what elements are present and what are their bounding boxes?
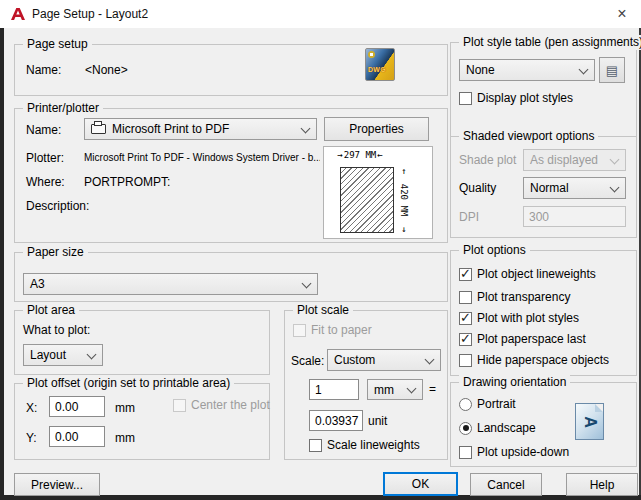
scale-lineweights-checkbox[interactable]: Scale lineweights [309,438,420,452]
dimension-arrow-down-icon: ↓ [401,224,406,234]
plot-scale-legend: Plot scale [293,303,353,318]
what-to-plot-select[interactable]: Layout [23,344,103,366]
plot-paperspace-last-checkbox[interactable]: Plot paperspace last [459,332,586,346]
printer-name-label: Name: [26,123,61,137]
equals-sign: = [429,382,436,396]
landscape-radio[interactable]: Landscape [459,421,536,435]
plot-upside-down-checkbox[interactable]: Plot upside-down [459,445,569,459]
y-value: 0.00 [55,430,78,444]
quality-select[interactable]: Normal [523,177,626,199]
dwg-file-icon: DWG [365,48,395,81]
fit-to-paper-checkbox: Fit to paper [293,323,372,337]
edit-plot-style-button[interactable]: ▤ [599,57,625,83]
x-label: X: [26,401,37,415]
display-plot-styles-checkbox[interactable]: Display plot styles [459,91,573,105]
plot-with-plot-styles-label: Plot with plot styles [477,311,579,325]
description-label: Description: [26,199,89,213]
where-label: Where: [26,175,65,189]
drawing-units-input[interactable]: 0.03937 [309,410,363,431]
autocad-logo-icon [10,6,26,22]
chevron-down-icon [407,384,417,394]
plot-style-table-legend: Plot style table (pen assignments) [459,35,641,50]
plot-paperspace-last-label: Plot paperspace last [477,332,586,346]
portrait-label: Portrait [477,397,516,411]
checkbox-box [459,446,472,459]
scale-lineweights-label: Scale lineweights [327,438,420,452]
chevron-down-icon [610,183,620,193]
shade-plot-select: As displayed [523,149,626,171]
ok-button-label: OK [412,477,429,491]
what-to-plot-label: What to plot: [23,323,90,337]
plot-area-legend: Plot area [23,303,79,318]
printer-icon [91,124,106,134]
paper-size-select[interactable]: A3 [23,273,318,295]
plot-options-group: Plot options Plot object lineweights Plo… [450,250,637,376]
plot-transparency-label: Plot transparency [477,290,570,304]
paper-hatch-area [340,167,394,233]
help-button-label: Help [590,478,615,492]
scale-select[interactable]: Custom [327,349,441,371]
plot-style-select[interactable]: None [459,59,595,81]
plot-upside-down-label: Plot upside-down [477,445,569,459]
paper-height-label: 420 MM [399,184,409,217]
portrait-radio[interactable]: Portrait [459,397,516,411]
paper-size-value: A3 [30,277,45,291]
dwg-icon-label: DWG [368,66,386,73]
help-button[interactable]: Help [566,473,638,496]
scale-value: Custom [334,353,375,367]
dpi-input: 300 [523,206,626,227]
dimension-arrow-left-icon: ← [377,150,382,160]
properties-button-label: Properties [349,122,404,136]
ok-button[interactable]: OK [383,472,458,496]
properties-button[interactable]: Properties [324,117,429,141]
radio-button [459,398,472,411]
page-setup-name-value: <None> [85,63,128,77]
plot-offset-x-input[interactable]: 0.00 [49,396,105,417]
x-unit-label: mm [115,401,135,415]
preview-button[interactable]: Preview... [14,473,100,496]
x-value: 0.00 [55,400,78,414]
close-icon[interactable]: × [603,0,641,28]
drawing-units-value: 0.03937 [315,414,358,428]
checkbox-box [173,399,186,412]
chevron-down-icon [425,355,435,365]
plot-object-lineweights-checkbox[interactable]: Plot object lineweights [459,267,596,281]
titlebar: Page Setup - Layout2 × [0,0,641,28]
center-the-plot-checkbox: Center the plot [173,398,270,412]
checkbox-box [459,291,472,304]
printer-plotter-group: Printer/plotter Name: Microsoft Print to… [14,108,448,243]
quality-label: Quality [459,181,496,195]
shaded-viewport-legend: Shaded viewport options [459,129,598,144]
plotter-value: Microsoft Print To PDF - Windows System … [84,152,320,163]
plot-with-plot-styles-checkbox[interactable]: Plot with plot styles [459,311,579,325]
shaded-viewport-group: Shaded viewport options Shade plot As di… [450,136,637,238]
landscape-label: Landscape [477,421,536,435]
paper-preview: → 297 MM ← ↑ 420 MM ↓ [323,146,433,239]
paper-units-input[interactable]: 1 [309,379,359,400]
plot-scale-group: Plot scale Fit to paper Scale: Custom 1 … [284,310,448,460]
plot-offset-y-input[interactable]: 0.00 [49,426,105,447]
checkbox-box [459,333,472,346]
rotated-a-glyph: A [581,416,599,428]
paper-height-dimension: ↑ 420 MM ↓ [396,166,412,234]
preview-button-label: Preview... [31,478,83,492]
paper-size-group: Paper size A3 [14,252,448,302]
plot-transparency-checkbox[interactable]: Plot transparency [459,290,570,304]
cancel-button[interactable]: Cancel [470,473,542,496]
plotter-label: Plotter: [26,151,64,165]
dimension-arrow-right-icon: → [337,150,342,160]
paper-units-select[interactable]: mm [367,379,423,400]
dpi-label: DPI [459,210,479,224]
screen-edge-left [0,28,4,496]
drawing-orientation-group: Drawing orientation Portrait Landscape P… [450,382,637,467]
paper-units-value: 1 [315,383,322,397]
dpi-value: 300 [529,210,549,224]
page-setup-dialog: Page Setup - Layout2 × Page setup Name: … [0,0,641,500]
chevron-down-icon [579,65,589,75]
dimension-arrow-up-icon: ↑ [401,166,406,176]
checkbox-box [459,92,472,105]
hide-paperspace-objects-checkbox[interactable]: Hide paperspace objects [459,353,609,367]
checkbox-box [309,439,322,452]
y-label: Y: [26,431,37,445]
printer-name-select[interactable]: Microsoft Print to PDF [84,118,317,140]
